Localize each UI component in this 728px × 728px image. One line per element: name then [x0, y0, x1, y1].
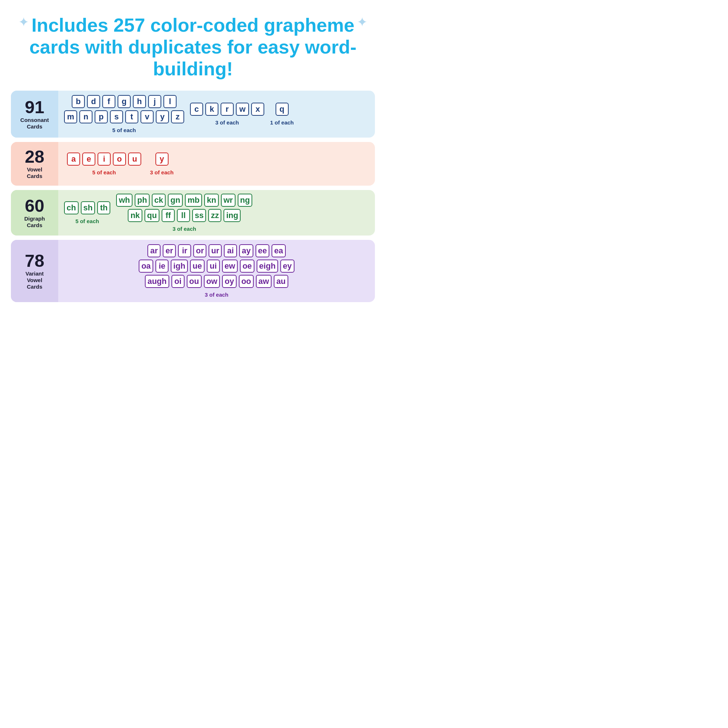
consonant-3each-label: 3 of each [215, 119, 239, 125]
card-p: p [95, 110, 108, 123]
digraph-group-5each: ch sh th 5 of each [64, 201, 110, 224]
digraph-row: 60 DigraphCards ch sh th 5 of each wh ph… [11, 190, 375, 236]
consonant-row: 91 ConsonantCards b d f g h j l m n p [11, 91, 375, 138]
consonant-5each-label: 5 of each [112, 127, 136, 133]
card-ou: ou [187, 275, 202, 288]
header: ✦ ✦ Includes 257 color-coded grapheme ca… [7, 7, 379, 91]
consonant-row2: m n p s t v y z [64, 110, 184, 123]
consonant-group-5each: b d f g h j l m n p s t v y z [64, 95, 184, 133]
card-w: w [236, 102, 249, 116]
variant-row1: ar er ir or ur ai ay ee ea [147, 244, 285, 257]
card-k: k [205, 102, 219, 116]
card-t: t [125, 110, 138, 123]
card-grid: 91 ConsonantCards b d f g h j l m n p [7, 91, 379, 309]
digraph-count: 60 [25, 197, 44, 215]
variant-label-text: VariantVowelCards [26, 271, 44, 290]
variant-count: 78 [25, 252, 44, 270]
star-icon-left: ✦ [18, 15, 29, 30]
card-y-vowel: y [155, 153, 168, 166]
card-ow: ow [204, 275, 220, 288]
card-u: u [128, 153, 141, 166]
card-au: au [274, 275, 288, 288]
card-zz: zz [208, 209, 221, 222]
card-igh: igh [171, 260, 188, 273]
card-m: m [64, 110, 77, 123]
vowel-group-5each: a e i o u 5 of each [67, 153, 141, 176]
card-h: h [133, 95, 146, 108]
card-ie: ie [155, 260, 168, 273]
vowel-row: 28 VowelCards a e i o u 5 of each y [11, 142, 375, 186]
card-ea: ea [272, 244, 285, 257]
card-eigh: eigh [257, 260, 278, 273]
card-r: r [220, 102, 234, 116]
consonant-group-3each: c k r w x 3 of each [190, 102, 264, 125]
vowel-3each-cards: y [155, 153, 168, 166]
consonant-group-1each: q 1 of each [270, 102, 294, 125]
card-qu: qu [145, 209, 159, 222]
card-z: z [171, 110, 184, 123]
card-f: f [102, 95, 115, 108]
card-ff: ff [162, 209, 175, 222]
card-wr: wr [221, 194, 236, 207]
card-c: c [190, 102, 203, 116]
vowel-count: 28 [25, 148, 44, 166]
consonant-content: b d f g h j l m n p s t v y z [58, 91, 375, 138]
card-ss: ss [192, 209, 206, 222]
vowel-label-text: VowelCards [27, 166, 43, 179]
card-e: e [82, 153, 95, 166]
card-aw: aw [256, 275, 272, 288]
digraph-3each-row1: wh ph ck gn mb kn wr ng [116, 194, 252, 207]
card-ng: ng [238, 194, 252, 207]
variant-row3: augh oi ou ow oy oo aw au [145, 275, 288, 288]
card-ar: ar [147, 244, 161, 257]
digraph-group-3each: wh ph ck gn mb kn wr ng nk qu ff ll ss z… [116, 194, 252, 232]
card-g: g [118, 95, 131, 108]
card-ai: ai [224, 244, 237, 257]
card-ck: ck [152, 194, 166, 207]
card-ll: ll [177, 209, 190, 222]
card-oy: oy [222, 275, 237, 288]
card-ch: ch [64, 201, 79, 214]
card-ew: ew [222, 260, 238, 273]
card-ey: ey [280, 260, 294, 273]
card-y-consonant: y [156, 110, 169, 123]
digraph-label-text: DigraphCards [24, 216, 45, 229]
card-er: er [163, 244, 176, 257]
digraph-3each-label: 3 of each [173, 226, 196, 232]
card-v: v [141, 110, 154, 123]
card-or: or [193, 244, 206, 257]
card-i: i [98, 153, 111, 166]
vowel-5each-cards: a e i o u [67, 153, 141, 166]
card-sh: sh [81, 201, 95, 214]
consonant-1each-cards: q [275, 102, 289, 116]
card-a: a [67, 153, 80, 166]
card-ee: ee [255, 244, 269, 257]
card-th: th [97, 201, 110, 214]
star-icon-right: ✦ [357, 15, 368, 30]
card-oe: oe [240, 260, 254, 273]
card-x: x [251, 102, 264, 116]
variant-content: ar er ir or ur ai ay ee ea oa ie igh ue … [58, 240, 375, 302]
card-ay: ay [239, 244, 253, 257]
card-ue: ue [190, 260, 205, 273]
card-oi: oi [171, 275, 185, 288]
card-nk: nk [128, 209, 142, 222]
digraph-5each-cards: ch sh th [64, 201, 110, 214]
card-b: b [72, 95, 85, 108]
card-ing: ing [223, 209, 241, 222]
card-s: s [110, 110, 123, 123]
card-l: l [164, 95, 177, 108]
card-n: n [80, 110, 92, 123]
consonant-3each-cards: c k r w x [190, 102, 264, 116]
consonant-label-text: ConsonantCards [20, 117, 49, 130]
vowel-group-3each: y 3 of each [150, 153, 174, 176]
card-ur: ur [209, 244, 222, 257]
consonant-label: 91 ConsonantCards [11, 91, 58, 138]
consonant-count: 91 [25, 99, 44, 116]
vowel-5each-label: 5 of each [92, 169, 116, 176]
card-ui: ui [207, 260, 220, 273]
digraph-3each-row2: nk qu ff ll ss zz ing [128, 209, 241, 222]
variant-3each-label: 3 of each [205, 292, 228, 298]
vowel-3each-label: 3 of each [150, 169, 174, 176]
card-augh: augh [145, 275, 169, 288]
